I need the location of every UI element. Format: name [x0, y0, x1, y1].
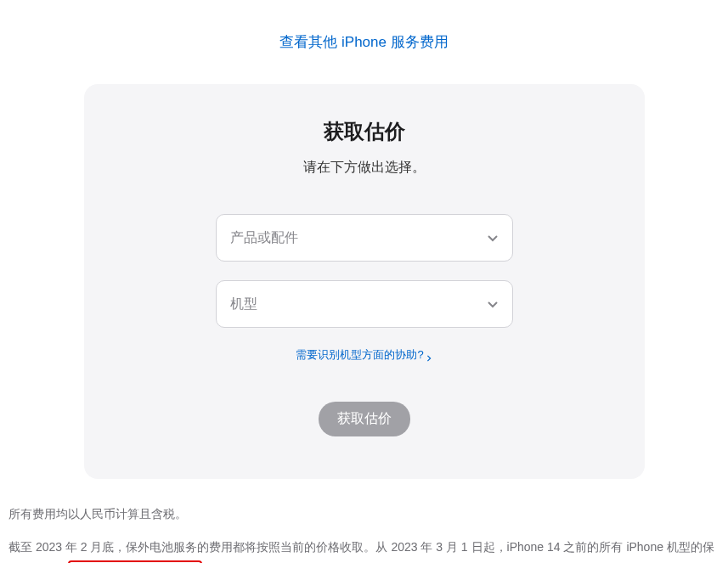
product-select-wrapper: 产品或配件	[216, 214, 513, 262]
get-estimate-button[interactable]: 获取估价	[319, 402, 410, 436]
product-select[interactable]: 产品或配件	[216, 214, 513, 262]
help-link-label: 需要识别机型方面的协助?	[296, 347, 423, 363]
footer-disclaimer-pricing: 截至 2023 年 2 月底，保外电池服务的费用都将按照当前的价格收取。从 20…	[8, 536, 720, 563]
page-container: 查看其他 iPhone 服务费用 获取估价 请在下方做出选择。 产品或配件 机型	[0, 0, 728, 563]
help-link-container: 需要识别机型方面的协助?	[118, 346, 611, 363]
product-select-placeholder: 产品或配件	[230, 229, 298, 247]
footer-pricing-text: 截至 2023 年 2 月底，保外电池服务的费用都将按照当前的价格收取。从 20…	[8, 540, 714, 563]
card-title: 获取估价	[118, 118, 611, 145]
identify-model-help-link[interactable]: 需要识别机型方面的协助?	[296, 347, 432, 363]
card-subtitle: 请在下方做出选择。	[118, 159, 611, 177]
footer-disclaimer-currency: 所有费用均以人民币计算且含税。	[8, 503, 720, 526]
model-select-wrapper: 机型	[216, 280, 513, 328]
chevron-right-icon	[426, 352, 432, 358]
chevron-down-icon	[487, 232, 499, 244]
chevron-down-icon	[487, 298, 499, 310]
footer-text: 所有费用均以人民币计算且含税。 截至 2023 年 2 月底，保外电池服务的费用…	[0, 479, 728, 563]
estimate-card: 获取估价 请在下方做出选择。 产品或配件 机型	[84, 84, 645, 479]
view-other-services-link[interactable]: 查看其他 iPhone 服务费用	[279, 34, 448, 50]
submit-container: 获取估价	[118, 402, 611, 436]
model-select[interactable]: 机型	[216, 280, 513, 328]
top-link-container: 查看其他 iPhone 服务费用	[0, 0, 728, 84]
model-select-placeholder: 机型	[230, 296, 257, 313]
